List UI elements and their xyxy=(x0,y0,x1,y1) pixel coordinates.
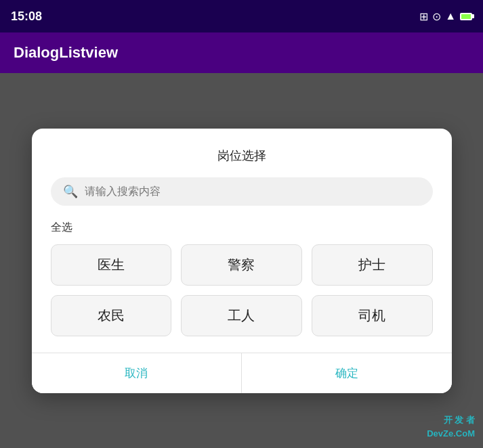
search-container: 🔍 xyxy=(51,177,433,206)
app-bar: DialogListview xyxy=(0,32,483,73)
status-icons: ⊞ ⊙ ▲ xyxy=(419,10,472,23)
status-time: 15:08 xyxy=(11,9,42,24)
app-title: DialogListview xyxy=(14,44,118,62)
dialog: 岗位选择 🔍 全选 医生 警察 护士 农民 工人 司机 取消 确定 xyxy=(32,129,452,393)
option-farmer[interactable]: 农民 xyxy=(51,295,172,336)
option-nurse[interactable]: 护士 xyxy=(312,244,433,286)
dialog-title: 岗位选择 xyxy=(51,148,433,164)
dialog-footer: 取消 确定 xyxy=(32,353,452,393)
confirm-button[interactable]: 确定 xyxy=(242,353,452,393)
option-doctor[interactable]: 医生 xyxy=(51,244,172,286)
option-police[interactable]: 警察 xyxy=(181,244,302,286)
select-all-label[interactable]: 全选 xyxy=(51,221,433,235)
battery-icon xyxy=(460,13,472,20)
watermark: 开 发 者 DevZe.CoM xyxy=(427,413,475,440)
watermark-line2: DevZe.CoM xyxy=(427,427,475,441)
circle-icon: ⊙ xyxy=(432,10,441,23)
option-driver[interactable]: 司机 xyxy=(312,295,433,336)
watermark-line1: 开 发 者 xyxy=(427,413,475,427)
option-worker[interactable]: 工人 xyxy=(181,295,302,336)
search-input[interactable] xyxy=(85,185,421,198)
wifi-icon: ▲ xyxy=(445,10,456,22)
options-grid: 医生 警察 护士 农民 工人 司机 xyxy=(51,244,433,336)
search-icon: 🔍 xyxy=(63,184,78,199)
cancel-button[interactable]: 取消 xyxy=(32,353,243,393)
dialog-overlay: 岗位选择 🔍 全选 医生 警察 护士 农民 工人 司机 取消 确定 xyxy=(0,73,483,448)
status-bar: 15:08 ⊞ ⊙ ▲ xyxy=(0,0,483,32)
qr-icon: ⊞ xyxy=(419,10,428,23)
